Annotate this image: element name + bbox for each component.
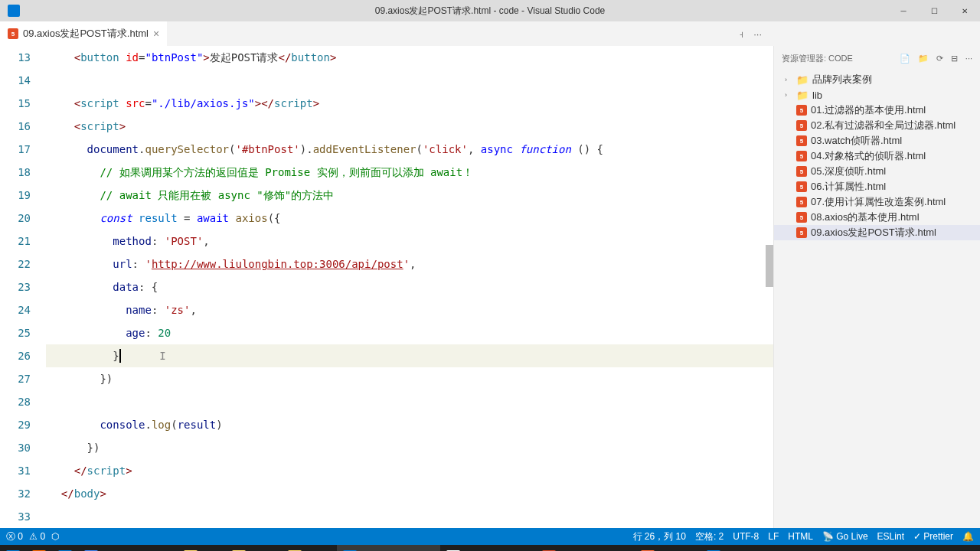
more-icon[interactable]: ··· — [965, 54, 972, 64]
editor-actions: ⫞ ··· — [739, 28, 980, 40]
status-port-icon[interactable]: ⬡ — [51, 531, 59, 542]
titlebar: 09.axios发起POST请求.html - code - Visual St… — [0, 0, 980, 21]
scrollbar-thumb[interactable] — [766, 245, 773, 287]
status-language[interactable]: HTML — [788, 531, 813, 542]
status-eslint[interactable]: ESLint — [877, 531, 904, 542]
status-encoding[interactable]: UTF-8 — [733, 531, 759, 542]
tree-folder-lib[interactable]: ›📁lib — [774, 87, 980, 103]
taskbar-edge[interactable]: e — [52, 545, 78, 551]
file-tree: ›📁品牌列表案例 ›📁lib 501.过滤器的基本使用.html 502.私有过… — [774, 70, 980, 242]
tree-file[interactable]: 503.watch侦听器.html — [774, 133, 980, 148]
tree-folder-brand[interactable]: ›📁品牌列表案例 — [774, 72, 980, 87]
taskbar-folder[interactable]: 📁ppt-v3 — [282, 545, 337, 551]
tab-close-icon[interactable]: × — [153, 28, 159, 40]
tree-file-active[interactable]: 509.axios发起POST请求.html — [774, 225, 980, 240]
taskbar-paint[interactable]: 🎨无标题 - 画图 — [701, 545, 785, 551]
close-button[interactable]: ✕ — [949, 0, 980, 21]
status-spaces[interactable]: 空格: 2 — [695, 530, 724, 543]
start-button[interactable]: ⊞ — [0, 545, 26, 551]
status-line-col[interactable]: 行 26，列 10 — [633, 530, 686, 543]
status-errors[interactable]: ⓧ 0 — [6, 530, 23, 543]
status-prettier[interactable]: ✓ Prettier — [913, 531, 953, 542]
taskbar-folder[interactable]: 📁ppt-v3 — [226, 545, 281, 551]
status-bell-icon[interactable]: 🔔 — [962, 531, 974, 542]
taskbar-app[interactable]: ◧ — [26, 545, 52, 551]
tree-file[interactable]: 507.使用计算属性改造案例.html — [774, 194, 980, 210]
taskbar-ppt[interactable]: PAjax - day1.ppt... — [536, 545, 635, 551]
tree-file[interactable]: 501.过滤器的基本使用.html — [774, 103, 980, 118]
explorer-header: 资源管理器: CODE 📄 📁 ⟳ ⊟ ··· — [774, 46, 980, 70]
line-gutter: 13 14 15 16 17 18 19 20 21 22 23 24 25 2… — [0, 46, 46, 528]
more-actions-icon[interactable]: ··· — [753, 28, 762, 40]
status-warnings[interactable]: ⚠ 0 — [29, 531, 45, 542]
new-folder-icon[interactable]: 📁 — [918, 54, 929, 64]
explorer-sidebar: 资源管理器: CODE 📄 📁 ⟳ ⊟ ··· ›📁品牌列表案例 ›📁lib 5… — [773, 46, 980, 528]
windows-taskbar: ⊞ ◧ e ●Document - Go... 📁视频 📁ppt-v3 📁ppt… — [0, 545, 980, 551]
taskbar-vscode[interactable]: ⬨09.axios发起PO... — [337, 545, 440, 551]
new-file-icon[interactable]: 📄 — [900, 54, 910, 64]
collapse-icon[interactable]: ⊟ — [951, 54, 958, 64]
html-file-icon: 5 — [8, 28, 18, 39]
split-editor-icon[interactable]: ⫞ — [739, 28, 744, 40]
tab-label: 09.axios发起POST请求.html — [23, 27, 149, 41]
refresh-icon[interactable]: ⟳ — [936, 54, 943, 64]
tree-file[interactable]: 504.对象格式的侦听器.html — [774, 148, 980, 164]
status-eol[interactable]: LF — [768, 531, 779, 542]
taskbar-folder[interactable]: 📁视频 — [178, 545, 226, 551]
vscode-logo-icon — [8, 5, 20, 17]
tree-file[interactable]: 506.计算属性.html — [774, 179, 980, 194]
text-cursor — [119, 349, 121, 363]
tab-bar: 5 09.axios发起POST请求.html × ⫞ ··· — [0, 21, 980, 46]
taskbar-postman[interactable]: ◉Postman — [635, 545, 701, 551]
status-bar: ⓧ 0 ⚠ 0 ⬡ 行 26，列 10 空格: 2 UTF-8 LF HTML … — [0, 528, 980, 545]
tree-file[interactable]: 502.私有过滤器和全局过滤器.html — [774, 118, 980, 133]
tree-file[interactable]: 508.axios的基本使用.html — [774, 210, 980, 225]
code-editor[interactable]: 13 14 15 16 17 18 19 20 21 22 23 24 25 2… — [0, 46, 773, 528]
status-golive[interactable]: 📡 Go Live — [822, 531, 868, 542]
window-title: 09.axios发起POST请求.html - code - Visual St… — [375, 5, 606, 18]
code-content[interactable]: <button id="btnPost">发起POST请求</button> <… — [46, 46, 773, 528]
tree-file[interactable]: 505.深度侦听.html — [774, 164, 980, 179]
minimize-button[interactable]: ─ — [888, 0, 919, 21]
window-controls: ─ ☐ ✕ — [888, 0, 980, 21]
taskbar-typora[interactable]: Tday3.md - Typ... — [440, 545, 536, 551]
taskbar-chrome[interactable]: ●Document - Go... — [78, 545, 178, 551]
editor-tab[interactable]: 5 09.axios发起POST请求.html × — [0, 21, 167, 46]
maximize-button[interactable]: ☐ — [919, 0, 949, 21]
